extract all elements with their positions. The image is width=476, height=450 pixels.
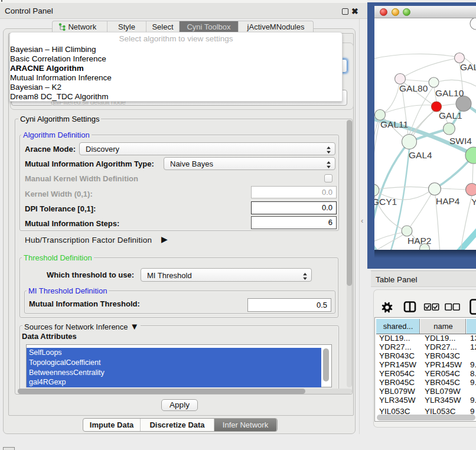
svg-text:HAP2: HAP2 xyxy=(407,236,432,246)
svg-text:GAL10: GAL10 xyxy=(435,88,464,98)
svg-text:GCY1: GCY1 xyxy=(374,197,397,207)
svg-text:GAL2: GAL2 xyxy=(460,62,476,72)
svg-text:GAL80: GAL80 xyxy=(399,83,428,93)
svg-text:GAL4: GAL4 xyxy=(409,150,432,160)
svg-text:YL: YL xyxy=(471,197,476,207)
svg-text:GAL11: GAL11 xyxy=(380,119,408,129)
svg-text:SWI4: SWI4 xyxy=(449,136,472,146)
svg-text:GAL1: GAL1 xyxy=(439,110,462,120)
svg-text:HAP4: HAP4 xyxy=(436,196,460,206)
